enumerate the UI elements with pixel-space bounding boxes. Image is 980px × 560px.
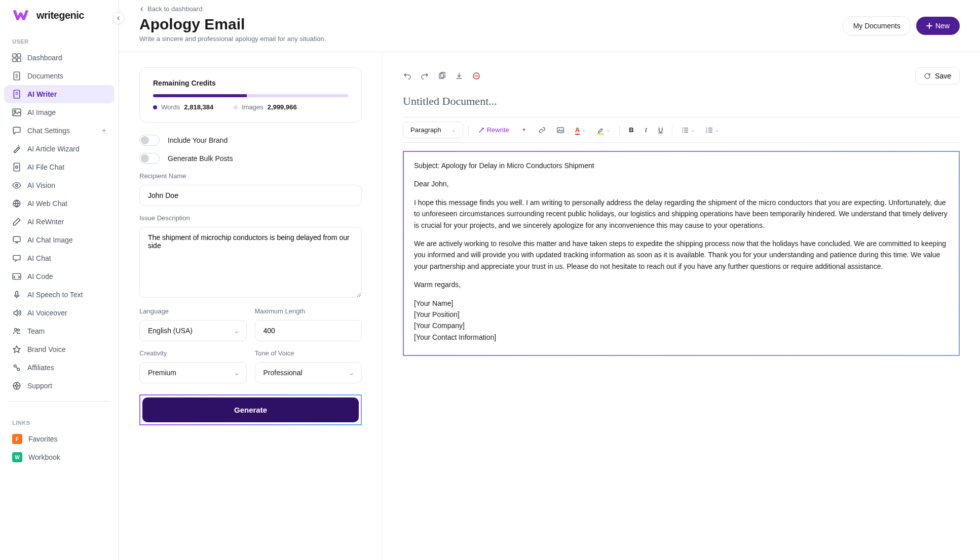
plus-icon [926,23,932,29]
credits-card: Remaining Credits Words 2,818,384 Images… [139,67,362,123]
recipient-input[interactable] [139,185,362,206]
nav-label: AI Code [27,272,53,281]
nav-divider [8,401,110,402]
creativity-label: Creativity [139,349,247,357]
numbered-list-button[interactable]: 123⌄ [702,124,723,137]
sidebar-item-ai-writer[interactable]: AI Writer [4,85,115,103]
document-title[interactable]: Untitled Document... [403,95,960,108]
max-length-input[interactable] [255,320,362,341]
sidebar-item-ai-chat-image[interactable]: AI Chat Image [4,231,115,249]
sidebar-item-ai-code[interactable]: AI Code [4,267,115,286]
bold-button[interactable]: B [625,123,637,137]
my-documents-button[interactable]: My Documents [843,16,911,35]
back-to-dashboard-link[interactable]: Back to dashboard [139,5,326,13]
sidebar-item-support[interactable]: Support [4,377,115,395]
svg-rect-15 [16,291,18,296]
logo-text: writegenic [36,10,84,21]
svg-rect-3 [17,58,21,62]
credit-words: Words 2,818,384 [153,103,213,111]
nav-label: AI ReWriter [27,218,64,226]
sidebar-item-ai-voiceover[interactable]: AI Voiceover [4,304,115,322]
sidebar-item-ai-chat[interactable]: AI Chat [4,249,115,267]
svg-rect-8 [14,163,19,171]
sparkle-icon [478,127,485,134]
page-title: Apology Email [139,16,326,33]
sparkle-icon [520,127,527,134]
collapse-sidebar-button[interactable] [112,12,125,24]
sidebar-item-dashboard[interactable]: Dashboard [4,49,115,67]
italic-button[interactable]: I [641,123,651,137]
new-button[interactable]: New [916,17,960,35]
redo-icon[interactable] [420,71,429,81]
logo[interactable]: writegenic [10,9,84,21]
ai-sparkle-button[interactable] [516,124,532,137]
sidebar-item-ai-file-chat[interactable]: AI File Chat [4,158,115,176]
nav-label: AI Chat [27,254,51,262]
email-subject: Subject: Apology for Delay in Micro Cond… [414,160,949,171]
sidebar-item-ai-vision[interactable]: AI Vision [4,176,115,194]
sidebar-item-brand-voice[interactable]: Brand Voice [4,340,115,358]
svg-rect-1 [17,54,21,57]
web-icon [12,199,21,208]
svg-point-29 [682,132,683,133]
mic-icon [12,290,21,299]
sidebar-item-ai-rewriter[interactable]: AI ReWriter [4,213,115,231]
chevron-left-icon [116,16,121,21]
bullet-list-button[interactable]: ⌄ [677,124,699,137]
link-badge: F [12,434,22,444]
save-button[interactable]: Save [915,67,960,85]
issue-textarea[interactable]: The shipment of microchip conductors is … [139,227,362,298]
email-closing: Warm regards, [414,279,949,290]
sidebar-item-ai-article-wizard[interactable]: AI Article Wizard [4,140,115,158]
include-brand-toggle[interactable] [139,135,160,146]
svg-point-17 [17,329,19,331]
nav-label: Team [27,327,45,335]
signature-company: [Your Company] [414,320,949,331]
brand-icon [12,345,21,354]
sidebar-item-documents[interactable]: Documents [4,67,115,85]
link-item-favorites[interactable]: FFavorites [0,430,119,448]
chevron-down-icon: ⌄ [451,127,456,133]
nav-label: AI Writer [27,90,57,98]
nav-label: AI Vision [27,181,55,189]
paragraph-select[interactable]: Paragraph ⌄ [403,122,463,138]
link-button[interactable] [535,124,550,137]
highlight-button[interactable]: ⌄ [593,124,614,137]
sidebar-nav: DashboardDocumentsAI WriterAI ImageChat … [0,49,119,395]
link-item-workbook[interactable]: WWorkbook [0,448,119,466]
generate-button[interactable]: Generate [142,397,359,422]
nav-label: AI File Chat [27,163,64,171]
delete-icon[interactable] [472,71,481,81]
credits-bar [153,94,348,97]
wand-icon [12,144,21,153]
tone-select[interactable]: Professional [255,362,362,383]
image-icon [12,108,21,117]
svg-point-18 [14,365,16,367]
signature-position: [Your Position] [414,309,949,320]
bulk-posts-label: Generate Bulk Posts [168,154,233,163]
rewrite-button[interactable]: Rewrite [474,123,513,137]
creativity-select[interactable]: Premium [139,362,247,383]
svg-point-28 [682,130,683,131]
chat2-icon [12,254,21,263]
image-button[interactable] [553,124,568,137]
language-select[interactable]: English (USA) [139,320,247,341]
sidebar-item-ai-speech-to-text[interactable]: AI Speech to Text [4,286,115,304]
bulk-posts-toggle[interactable] [139,153,160,164]
sidebar-item-affiliates[interactable]: Affiliates [4,358,115,377]
sidebar-item-ai-image[interactable]: AI Image [4,103,115,122]
sidebar-section-user: USER [0,30,119,49]
sidebar-item-team[interactable]: Team [4,322,115,340]
undo-icon[interactable] [403,71,412,81]
download-icon[interactable] [455,71,464,81]
editor-body[interactable]: Subject: Apology for Delay in Micro Cond… [403,151,960,356]
underline-button[interactable]: U [654,123,667,137]
nav-label: Dashboard [27,54,62,62]
email-greeting: Dear John, [414,178,949,189]
nav-label: AI Speech to Text [27,291,83,299]
sidebar-item-ai-web-chat[interactable]: AI Web Chat [4,194,115,213]
nav-label: Support [27,382,52,390]
sidebar-item-chat-settings[interactable]: Chat Settings+ [4,122,115,140]
text-color-button[interactable]: A⌄ [571,123,590,137]
copy-icon[interactable] [437,71,446,81]
